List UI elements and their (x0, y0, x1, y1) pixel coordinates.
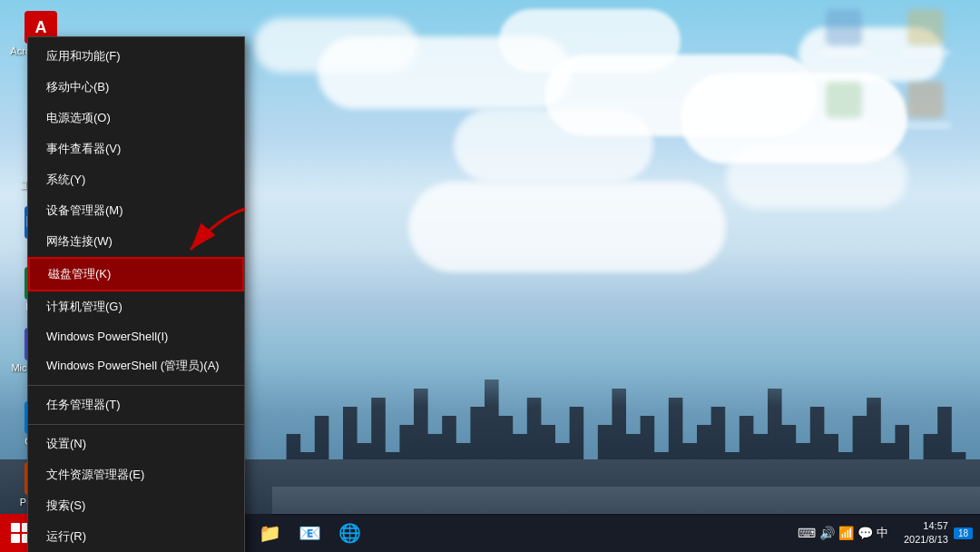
taskbar-app-file-explorer[interactable]: 📁 (250, 514, 289, 552)
taskbar-app-outlook[interactable]: 📧 (290, 514, 328, 552)
menu-item-powershell[interactable]: Windows PowerShell(I) (28, 322, 244, 350)
blurred-icon-4 (898, 82, 953, 145)
volume-icon[interactable]: 🔊 (819, 526, 835, 540)
menu-item-settings[interactable]: 设置(N) (28, 429, 244, 459)
menu-item-event-viewer[interactable]: 事件查看器(V) (28, 133, 244, 164)
taskbar-apps: 📁 📧 🌐 (250, 514, 368, 552)
menu-item-mobility[interactable]: 移动中心(B) (28, 72, 244, 103)
menu-item-computer-management[interactable]: 计算机管理(G) (28, 291, 244, 322)
keyboard-icon[interactable]: ⌨ (798, 526, 816, 540)
blurred-icon-1 (817, 9, 871, 73)
system-tray: ⌨ 🔊 📶 💬 中 (798, 525, 888, 541)
system-clock[interactable]: 14:57 2021/8/13 (894, 519, 948, 547)
menu-item-search[interactable]: 搜索(S) (28, 490, 244, 521)
menu-item-run[interactable]: 运行(R) (28, 521, 244, 552)
message-icon[interactable]: 💬 (858, 526, 873, 540)
input-method-icon[interactable]: 中 (877, 525, 888, 541)
notification-badge[interactable]: 18 (954, 527, 973, 539)
cloud-9 (408, 182, 726, 272)
menu-separator-2 (28, 424, 244, 425)
clock-time: 14:57 (894, 519, 948, 533)
menu-item-power[interactable]: 电源选项(O) (28, 103, 244, 133)
menu-item-file-explorer[interactable]: 文件资源管理器(E) (28, 459, 244, 490)
menu-item-system[interactable]: 系统(Y) (28, 164, 244, 195)
cloud-8 (726, 145, 907, 209)
road (272, 487, 980, 514)
menu-item-powershell-admin[interactable]: Windows PowerShell (管理员)(A) (28, 350, 244, 381)
blurred-icon-3 (817, 82, 871, 145)
blurred-icon-2 (898, 9, 953, 73)
cloud-6 (454, 109, 653, 182)
menu-item-apps-features[interactable]: 应用和功能(F) (28, 41, 244, 72)
clock-date: 2021/8/13 (894, 533, 948, 547)
menu-item-disk-management[interactable]: 磁盘管理(K) (28, 257, 244, 291)
wifi-icon[interactable]: 📶 (838, 526, 854, 540)
menu-separator-1 (28, 385, 244, 386)
menu-item-task-manager[interactable]: 任务管理器(T) (28, 389, 244, 420)
context-menu: 应用和功能(F) 移动中心(B) 电源选项(O) 事件查看器(V) 系统(Y) … (27, 36, 245, 552)
menu-item-network[interactable]: 网络连接(W) (28, 226, 244, 257)
taskbar-app-chrome[interactable]: 🌐 (330, 514, 368, 552)
taskbar-right: ⌨ 🔊 📶 💬 中 14:57 2021/8/13 18 (798, 519, 980, 547)
desktop-icons-right (817, 9, 971, 145)
menu-item-device-manager[interactable]: 设备管理器(M) (28, 195, 244, 226)
